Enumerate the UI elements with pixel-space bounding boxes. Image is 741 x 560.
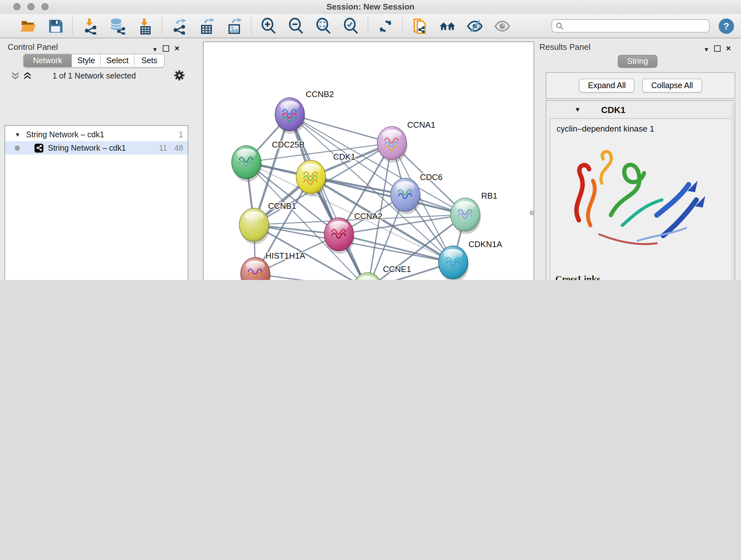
open-folder-icon bbox=[20, 21, 36, 31]
node-label-CDKN1A: CDKN1A bbox=[468, 240, 502, 249]
collection-label: String Network – cdk1 bbox=[26, 130, 105, 139]
panel-close-icon[interactable]: × bbox=[726, 45, 731, 52]
import-table-button[interactable] bbox=[136, 17, 153, 35]
export-image-button[interactable] bbox=[225, 17, 243, 35]
zoom-in-icon bbox=[262, 18, 275, 33]
node-label-CCNA2: CCNA2 bbox=[354, 211, 382, 221]
hide-eye-icon bbox=[468, 20, 482, 32]
collapse-triangle-icon[interactable]: ▼ bbox=[15, 131, 20, 138]
gear-icon[interactable] bbox=[174, 70, 185, 81]
gene-section: ▼ CDK1 cyclin–dependent kinase 1 bbox=[546, 100, 735, 280]
network-selection-summary: 1 of 1 Network selected bbox=[0, 71, 188, 80]
tab-string[interactable]: String bbox=[617, 55, 657, 68]
network-row-selected[interactable]: String Network – cdk1 11 48 bbox=[5, 141, 188, 154]
node-CCNA1[interactable]: CCNA1 bbox=[377, 120, 435, 163]
protein-structure-image bbox=[561, 138, 720, 266]
node-count: 11 bbox=[159, 143, 167, 152]
zoom-out-icon bbox=[289, 18, 302, 33]
expand-all-button[interactable]: Expand All bbox=[579, 78, 635, 92]
crosslinks-title: CrossLinks bbox=[555, 274, 731, 280]
title-bar: Session: New Session bbox=[0, 0, 741, 15]
collapse-triangle-icon[interactable]: ▼ bbox=[575, 106, 581, 113]
window-title: Session: New Session bbox=[0, 2, 741, 11]
results-scrollbar[interactable] bbox=[731, 102, 735, 280]
import-network-button[interactable] bbox=[81, 17, 98, 35]
network-graph[interactable]: CCNB2CCNA1CDC25BCDK1CDC6RB1CCNB1CCNA2CDK… bbox=[204, 42, 534, 280]
node-CDC25B[interactable]: CDC25B bbox=[232, 140, 305, 182]
control-panel-title: Control Panel bbox=[8, 42, 58, 52]
edge-count: 48 bbox=[174, 143, 183, 152]
export-network-button[interactable] bbox=[170, 17, 188, 35]
results-panel: Results Panel × String Expand All Collap… bbox=[534, 38, 741, 280]
collection-count: 1 bbox=[179, 130, 183, 139]
open-session-button[interactable] bbox=[19, 17, 37, 35]
string-homes-button[interactable] bbox=[438, 17, 456, 35]
network-status-dot bbox=[15, 145, 20, 150]
zoom-fit-button[interactable] bbox=[314, 17, 332, 35]
node-label-CCNA1: CCNA1 bbox=[407, 120, 435, 130]
export-table-button[interactable] bbox=[198, 17, 215, 35]
node-label-RB1: RB1 bbox=[481, 191, 497, 200]
search-input[interactable] bbox=[567, 21, 705, 31]
network-collection-row[interactable]: ▼ String Network – cdk1 1 bbox=[5, 128, 188, 141]
zoom-fit-icon bbox=[317, 18, 330, 33]
copy-network-button[interactable] bbox=[411, 17, 428, 35]
gene-header[interactable]: ▼ CDK1 bbox=[546, 101, 735, 118]
collapse-all-button[interactable]: Collapse All bbox=[643, 78, 702, 92]
panel-float-icon[interactable] bbox=[714, 45, 720, 52]
tab-sets[interactable]: Sets bbox=[135, 54, 164, 67]
node-label-CCNB2: CCNB2 bbox=[306, 89, 334, 99]
results-panel-title: Results Panel bbox=[539, 42, 590, 52]
import-database-button[interactable] bbox=[108, 17, 126, 35]
panel-menu-icon[interactable] bbox=[153, 43, 157, 54]
network-tree: ▼ String Network – cdk1 1 String Network… bbox=[4, 125, 188, 280]
search-box bbox=[551, 19, 710, 33]
export-image-icon bbox=[229, 17, 242, 33]
results-actions: Expand All Collapse All bbox=[546, 72, 735, 99]
node-CDKN1A[interactable]: CDKN1A bbox=[439, 240, 502, 280]
zoom-out-button[interactable] bbox=[287, 17, 305, 35]
refresh-icon bbox=[380, 20, 391, 32]
tab-select[interactable]: Select bbox=[101, 54, 135, 67]
string-homes-icon bbox=[440, 22, 455, 30]
node-label-CCNE1: CCNE1 bbox=[383, 264, 411, 274]
panel-close-icon[interactable]: × bbox=[175, 45, 179, 52]
toolbar-separator bbox=[72, 17, 73, 35]
search-icon bbox=[556, 22, 563, 30]
import-database-icon bbox=[111, 18, 125, 34]
refresh-layout-button[interactable] bbox=[376, 17, 394, 35]
export-table-icon bbox=[201, 17, 214, 33]
import-table-icon bbox=[141, 18, 150, 34]
node-label-CDC6: CDC6 bbox=[420, 172, 443, 182]
zoom-in-button[interactable] bbox=[259, 17, 277, 35]
main-toolbar: ? bbox=[0, 14, 741, 38]
node-RB1[interactable]: RB1 bbox=[451, 191, 497, 234]
panel-menu-icon[interactable] bbox=[704, 43, 708, 54]
toolbar-separator bbox=[251, 17, 252, 35]
hide-selection-button[interactable] bbox=[466, 17, 483, 35]
save-icon bbox=[49, 19, 62, 32]
toolbar-separator bbox=[402, 17, 403, 35]
show-all-button[interactable] bbox=[493, 17, 511, 35]
tab-style[interactable]: Style bbox=[72, 54, 101, 67]
control-panel: Control Panel × NetworkStyleSelectSets 1… bbox=[0, 38, 203, 280]
toolbar-separator bbox=[367, 17, 368, 35]
toolbar-separator bbox=[161, 17, 162, 35]
help-button[interactable]: ? bbox=[719, 18, 734, 34]
network-canvas[interactable]: CCNB2CCNA1CDC25BCDK1CDC6RB1CCNB1CCNA2CDK… bbox=[203, 42, 534, 280]
import-network-icon bbox=[84, 18, 96, 34]
control-panel-tabs: NetworkStyleSelectSets bbox=[23, 54, 165, 68]
tab-network[interactable]: Network bbox=[23, 54, 72, 67]
zoom-selected-button[interactable] bbox=[342, 17, 360, 35]
node-label-CCNB1: CCNB1 bbox=[268, 201, 296, 211]
network-share-icon bbox=[35, 143, 44, 152]
save-session-button[interactable] bbox=[46, 17, 64, 35]
panel-float-icon[interactable] bbox=[162, 45, 169, 52]
node-label-CDC25B: CDC25B bbox=[272, 140, 305, 149]
splitter-handle[interactable] bbox=[530, 211, 534, 215]
network-label: String Network – cdk1 bbox=[48, 143, 126, 152]
export-network-icon bbox=[173, 18, 186, 34]
node-label-CDK1: CDK1 bbox=[333, 152, 355, 162]
gene-symbol: CDK1 bbox=[601, 105, 625, 115]
show-eye-icon bbox=[495, 21, 509, 30]
